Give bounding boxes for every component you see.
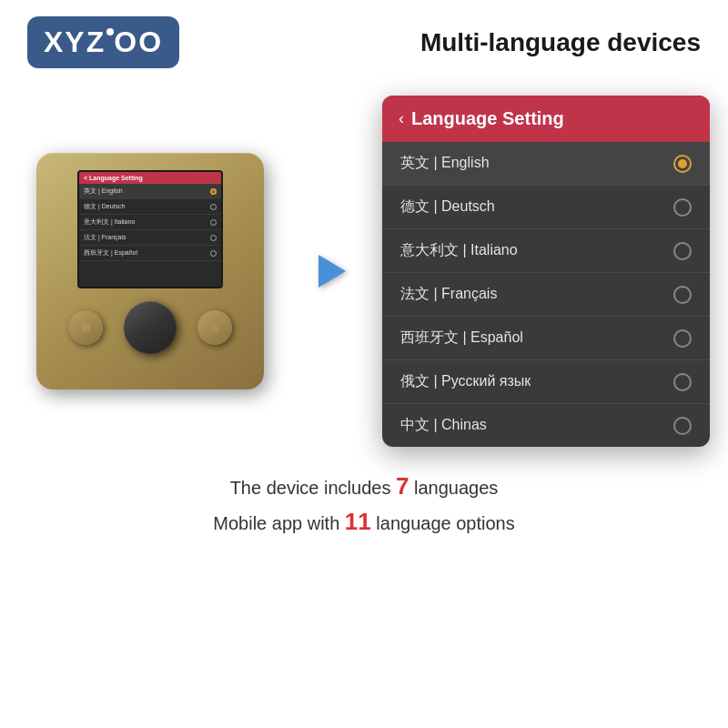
language-panel: ‹ Language Setting 英文 | English 德文 | Deu… (382, 96, 710, 447)
radio-francais (673, 286, 692, 304)
device-screen: < Language Setting 英文 | English 德文 | Deu… (77, 170, 223, 288)
radio-inner-english (678, 159, 687, 168)
screen-item-4: 法文 | Français (79, 230, 221, 246)
lang-header-title: Language Setting (411, 108, 564, 129)
screen-radio-2 (210, 204, 217, 210)
screen-item-text-2: 德文 | Deutsch (84, 202, 125, 211)
lang-label-english: 英文 | English (400, 154, 490, 173)
bottom-line1-number: 7 (396, 472, 409, 500)
bottom-line-1: The device includes 7 languages (27, 472, 701, 500)
logo-text-oo: OO (114, 25, 163, 58)
lang-item-italiano[interactable]: 意大利文 | Italiano (382, 229, 710, 273)
bottom-line1-suffix: languages (409, 478, 498, 498)
screen-item-text-4: 法文 | Français (84, 233, 126, 242)
screen-item-5: 西班牙文 | Español (79, 246, 221, 261)
screen-item-text-5: 西班牙文 | Español (84, 248, 137, 258)
device: < Language Setting 英文 | English 德文 | Deu… (36, 153, 264, 389)
screen-item-1: 英文 | English (79, 184, 221, 199)
bottom-line2-number: 11 (345, 508, 371, 535)
screen-item-text-1: 英文 | English (84, 187, 123, 196)
screen-item-3: 意大利文 | Italiano (79, 215, 221, 230)
main-content: < Language Setting 英文 | English 德文 | Deu… (0, 77, 728, 456)
radio-english (673, 155, 692, 173)
lang-label-russian: 俄文 | Русский язык (400, 372, 531, 391)
device-button-right[interactable]: ◎ (197, 310, 232, 345)
bottom-section: The device includes 7 languages Mobile a… (0, 456, 728, 552)
bottom-line2-suffix: language options (371, 513, 515, 533)
radio-chinese (673, 417, 692, 435)
lang-header: ‹ Language Setting (382, 96, 710, 142)
device-button-center[interactable] (124, 301, 177, 354)
radio-russian (673, 373, 692, 391)
screen-header: < Language Setting (79, 172, 221, 184)
button-left-icon: ⊞ (82, 322, 90, 334)
screen-radio-4 (210, 235, 217, 241)
lang-item-espanol[interactable]: 西班牙文 | Español (382, 317, 710, 360)
screen-item-text-3: 意大利文 | Italiano (84, 217, 135, 227)
screen-item-2: 德文 | Deutsch (79, 199, 221, 215)
device-wrapper: < Language Setting 英文 | English 德文 | Deu… (18, 153, 282, 389)
logo-text: XYZOO (44, 25, 163, 59)
screen-radio-3 (210, 219, 217, 226)
radio-espanol (673, 329, 692, 348)
device-button-left[interactable]: ⊞ (68, 310, 103, 345)
headline: Multi-language devices (420, 28, 701, 57)
screen-radio-1 (210, 188, 217, 195)
lang-item-francais[interactable]: 法文 | Français (382, 273, 710, 317)
radio-italiano (673, 242, 692, 260)
logo-box: XYZOO (27, 16, 179, 68)
lang-item-chinese[interactable]: 中文 | Chinas (382, 404, 710, 447)
back-icon[interactable]: ‹ (399, 109, 404, 128)
device-buttons: ⊞ ◎ (68, 301, 232, 354)
lang-label-francais: 法文 | Français (400, 285, 497, 304)
arrow-wrapper (305, 255, 359, 288)
lang-label-chinese: 中文 | Chinas (400, 416, 487, 435)
bottom-line-2: Mobile app with 11 language options (27, 508, 701, 536)
top-section: XYZOO Multi-language devices (0, 0, 728, 77)
lang-item-russian[interactable]: 俄文 | Русский язык (382, 360, 710, 404)
lang-label-italiano: 意大利文 | Italiano (400, 241, 518, 260)
screen-radio-5 (210, 250, 217, 257)
lang-item-deutsch[interactable]: 德文 | Deutsch (382, 186, 710, 229)
lang-label-espanol: 西班牙文 | Español (400, 329, 523, 348)
radio-deutsch (673, 198, 692, 217)
bottom-line2-prefix: Mobile app with (213, 513, 345, 533)
lang-item-english[interactable]: 英文 | English (382, 142, 710, 186)
bottom-line1-prefix: The device includes (230, 478, 396, 498)
arrow-icon (318, 255, 346, 288)
button-right-icon: ◎ (210, 322, 219, 334)
lang-label-deutsch: 德文 | Deutsch (400, 197, 495, 217)
